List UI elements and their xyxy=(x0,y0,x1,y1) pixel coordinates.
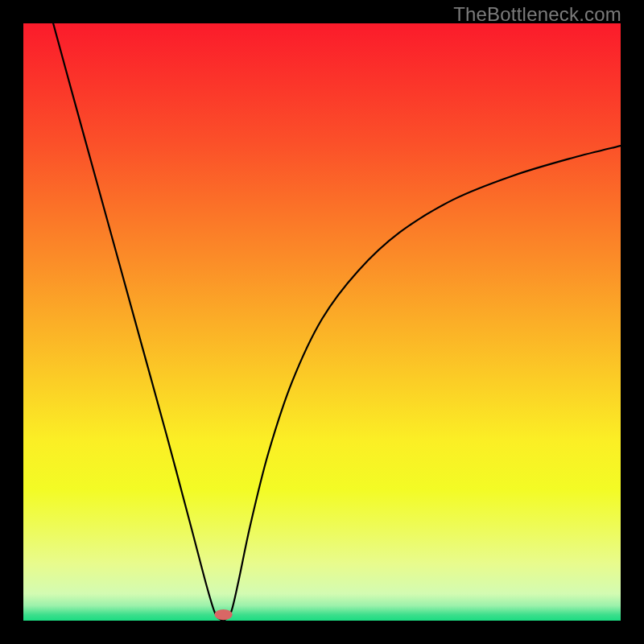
optimum-marker xyxy=(214,609,232,620)
watermark-text: TheBottleneck.com xyxy=(453,3,621,26)
chart-frame xyxy=(23,23,621,621)
gradient-background xyxy=(23,23,621,621)
bottleneck-chart xyxy=(23,23,621,621)
